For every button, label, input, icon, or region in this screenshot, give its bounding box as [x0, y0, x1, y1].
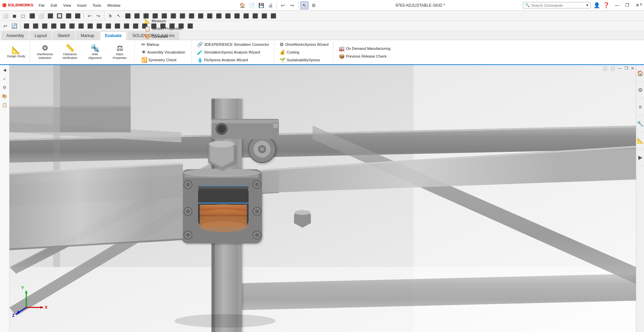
tb2-btn12[interactable]: ⬛: [104, 22, 112, 30]
menu-view[interactable]: View: [61, 3, 74, 8]
config-manager-btn[interactable]: ⚙: [1, 84, 8, 91]
symmetry-check-btn[interactable]: 🔁 Symmetry Check: [139, 56, 187, 64]
menu-insert[interactable]: Insert: [74, 3, 89, 8]
tb1-btn23[interactable]: ⬛: [224, 12, 232, 20]
rs-settings-btn[interactable]: ⚙: [636, 82, 644, 99]
feature-tree-btn[interactable]: ◀: [1, 66, 8, 74]
vp-maximize-btn[interactable]: ❐: [623, 66, 629, 71]
undo-btn[interactable]: ↩: [279, 1, 287, 9]
driveworks-btn[interactable]: ⚙ DriveWorksXpress Wizard: [278, 41, 330, 48]
redo-btn[interactable]: ↪: [288, 1, 296, 9]
mass-properties-btn[interactable]: ⚖ Mass Properties: [108, 43, 132, 61]
tb2-btn1[interactable]: ↩: [1, 22, 9, 30]
section-properties-btn[interactable]: 📋 Section Properties: [142, 25, 184, 32]
tb1-btn24[interactable]: ⬛: [233, 12, 241, 20]
tb1-btn27[interactable]: ⬛: [260, 12, 268, 20]
tb1-btn22[interactable]: ⬛: [215, 12, 223, 20]
print-btn[interactable]: 🖨: [266, 1, 275, 9]
tb1-btn1[interactable]: ⬜: [1, 12, 10, 20]
tb1-btn4[interactable]: ⬛: [28, 12, 36, 20]
menu-tools[interactable]: Tools: [90, 3, 104, 8]
ribbon-collapse-btn[interactable]: ∧: [639, 1, 643, 7]
tb1-btn8[interactable]: ⬛: [64, 12, 73, 20]
design-study-btn[interactable]: 📐 Design Study: [5, 45, 27, 60]
search-box[interactable]: 🔍 ▾: [523, 2, 591, 8]
rs-list-btn[interactable]: ≡: [636, 99, 644, 115]
measure-btn[interactable]: 📐 Measure: [142, 17, 184, 25]
rs-measure-btn[interactable]: 📐: [636, 132, 644, 149]
tb2-btn11[interactable]: ⬛: [95, 22, 103, 30]
tb2-btn4[interactable]: ⬛: [31, 22, 40, 30]
property-manager-btn[interactable]: ✓: [1, 75, 8, 82]
tb1-btn19[interactable]: ⬛: [187, 12, 196, 20]
help-icon[interactable]: ❓: [603, 2, 610, 8]
search-dropdown-icon[interactable]: ▾: [586, 3, 588, 7]
tb1-btn9[interactable]: ⬛: [73, 12, 82, 20]
custom-properties-btn[interactable]: 📋: [1, 101, 8, 109]
options-btn[interactable]: ⚙: [310, 1, 318, 9]
clearance-verification-btn[interactable]: 📏 Clearance Verification: [58, 43, 82, 61]
save-btn[interactable]: 💾: [257, 1, 265, 9]
previous-release-btn[interactable]: 📦 Previous Release Check: [337, 53, 392, 60]
tb1-btn20[interactable]: ⬛: [196, 12, 205, 20]
tb2-btn21[interactable]: ⬛: [186, 22, 194, 30]
tb1-btn2[interactable]: ◼: [10, 12, 19, 20]
tb1-btn10[interactable]: 🖱: [106, 12, 114, 20]
tab-assembly[interactable]: Assembly: [1, 31, 29, 40]
menu-file[interactable]: File: [36, 3, 47, 8]
minimize-btn[interactable]: —: [612, 2, 622, 9]
curvature-btn[interactable]: 🎨 Curvature: [142, 33, 184, 40]
tb2-btn13[interactable]: ⬛: [113, 22, 122, 30]
open-btn[interactable]: 📄: [248, 1, 256, 9]
tb1-btn11[interactable]: ↖: [115, 12, 123, 20]
select-btn[interactable]: ↖: [300, 1, 309, 9]
interference-detection-btn[interactable]: ⚙ Interference Detection: [33, 43, 57, 61]
3dexperience-btn[interactable]: 🔗 3DEXPERIENCE Simulation Connector: [195, 41, 271, 48]
tb2-btn10[interactable]: ⬛: [86, 22, 94, 30]
rs-home-btn[interactable]: 🏠: [636, 65, 644, 82]
tb1-redo[interactable]: ↪: [94, 12, 102, 20]
tb2-btn6[interactable]: ⬛: [50, 22, 58, 30]
search-input[interactable]: [531, 3, 585, 7]
menu-window[interactable]: Window: [104, 3, 123, 8]
tb1-btn12[interactable]: ⬛: [124, 12, 132, 20]
tb1-btn28[interactable]: ⬛: [269, 12, 278, 20]
tb1-btn13[interactable]: ⬛: [133, 12, 141, 20]
vp-corner-btn2[interactable]: ⬜: [609, 66, 616, 71]
tb2-btn5[interactable]: ⬛: [40, 22, 49, 30]
tb2-btn7[interactable]: ⬛: [59, 22, 67, 30]
maximize-btn[interactable]: ❐: [622, 2, 632, 9]
rs-wrench-btn[interactable]: 🔧: [636, 115, 644, 132]
on-demand-btn[interactable]: 🏭 On Demand Manufacturing: [337, 45, 392, 52]
new-btn[interactable]: 🏠: [238, 1, 247, 9]
tb2-btn14[interactable]: ⬛: [122, 22, 131, 30]
markup-btn[interactable]: ✏ Markup: [139, 41, 187, 48]
hole-alignment-btn[interactable]: 🔩 Hole Alignment: [83, 43, 107, 61]
appearance-manager-btn[interactable]: 🎨: [1, 93, 8, 100]
vp-minimize-btn[interactable]: —: [617, 66, 623, 71]
tb1-btn7[interactable]: 🔲: [55, 12, 64, 20]
tb2-btn8[interactable]: ⬛: [68, 22, 76, 30]
tb1-btn21[interactable]: ⬛: [205, 12, 214, 20]
tb1-btn5[interactable]: ⬜: [37, 12, 45, 20]
tb2-btn2[interactable]: 🔄: [10, 22, 19, 30]
tab-evaluate[interactable]: Evaluate: [100, 31, 127, 40]
tab-markup[interactable]: Markup: [76, 31, 99, 40]
simulationxpress-btn[interactable]: 🧪 SimulationXpress Analysis Wizard: [195, 48, 271, 56]
tab-layout[interactable]: Layout: [30, 31, 52, 40]
tb1-btn3[interactable]: ◻: [19, 12, 27, 20]
sustainability-btn[interactable]: 🌱 SustainabilityXpress: [278, 56, 330, 64]
vp-corner-btn1[interactable]: ⬜: [601, 66, 608, 71]
tb1-undo[interactable]: ↩: [86, 12, 94, 20]
assembly-visualization-btn[interactable]: 👁 Assembly Visualization: [139, 48, 187, 56]
tb1-btn26[interactable]: ⬛: [251, 12, 259, 20]
costing-btn[interactable]: 💰 Costing: [278, 48, 330, 56]
tb1-btn6[interactable]: ⬛: [46, 12, 55, 20]
menu-edit[interactable]: Edit: [48, 3, 60, 8]
tb2-btn9[interactable]: ⬛: [77, 22, 85, 30]
main-viewport[interactable]: 🔍 🔎 👁 📷 ⬛ ◧ 💡 🎨 🌅 👁 🌑 📊: [9, 65, 636, 332]
tb2-btn15[interactable]: ⬛: [131, 22, 140, 30]
tb2-btn3[interactable]: ⬛: [22, 22, 31, 30]
floxpress-btn[interactable]: 💧 FloXpress Analysis Wizard: [195, 56, 271, 64]
tab-sketch[interactable]: Sketch: [53, 31, 75, 40]
